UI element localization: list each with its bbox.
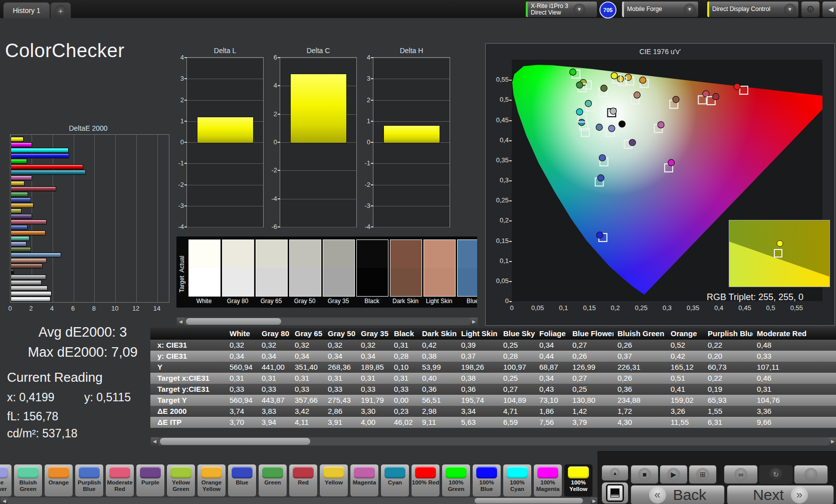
column-header: Gray 65	[291, 328, 324, 340]
table-cell: 0,36	[418, 384, 457, 395]
table-cell: 9,66	[753, 417, 836, 428]
patch-scrollbar[interactable]: ◀ ▶	[0, 497, 597, 504]
patch-swatch	[476, 466, 497, 478]
patch-button-magenta[interactable]: Magenta	[350, 464, 379, 497]
table-cell: 0,38	[418, 351, 457, 362]
patch-button-100-green[interactable]: 100% Green	[442, 464, 471, 497]
table-cell: 0,31	[226, 373, 258, 384]
table-cell: 0,32	[357, 340, 390, 351]
table-cell: 0,26	[613, 373, 667, 384]
back-button[interactable]: « Back	[631, 485, 725, 504]
settings-button[interactable]: ⚙	[801, 1, 820, 18]
add-tab-button[interactable]: +	[50, 2, 71, 19]
de2000-bar	[11, 197, 31, 202]
y-tick-label: 0	[263, 138, 277, 146]
patch-button-100-blue[interactable]: 100% Blue	[472, 464, 501, 497]
patch-button-orange[interactable]: Orange	[44, 464, 73, 497]
patch-swatch	[354, 466, 375, 478]
patch-swatch	[446, 466, 467, 478]
patch-swatch	[232, 466, 253, 478]
patch-button-100-yellow[interactable]: 100% Yellow	[564, 464, 593, 497]
table-cell: 107,11	[753, 362, 836, 373]
table-cell: 0,25	[499, 373, 535, 384]
delta-h-chart-bar	[383, 125, 440, 143]
refresh-read-button[interactable]: ↻	[759, 465, 793, 484]
patch-button-green[interactable]: Green	[258, 464, 287, 497]
de2000-bar	[11, 253, 61, 258]
gridline	[373, 100, 450, 101]
patch-button-100-magenta[interactable]: 100% Magenta	[533, 464, 562, 497]
tick-mark	[509, 100, 512, 101]
swatch-label: Gray 65	[252, 298, 290, 305]
table-cell: 65,93	[704, 395, 753, 406]
tick-mark	[278, 114, 280, 115]
tick-mark	[278, 198, 280, 199]
source-select-button[interactable]: Mobile Forge ▼	[621, 1, 699, 18]
patch-button-label: Orange Yellow	[197, 479, 226, 492]
patch-scrollbar-thumb[interactable]	[475, 498, 583, 503]
swatch-scrollbar-thumb[interactable]	[186, 318, 281, 325]
patch-button-100-cyan[interactable]: 100% Cyan	[503, 464, 532, 497]
spare-transport-button[interactable]	[794, 465, 828, 484]
patch-button-bluish-green[interactable]: Bluish Green	[14, 464, 43, 497]
patch-button-orange-yellow[interactable]: Orange Yellow	[197, 464, 226, 497]
cie-inset-svg	[729, 220, 829, 287]
patch-button-label: Orange	[45, 479, 73, 486]
measured-marker	[640, 77, 646, 83]
chevron-double-left-icon: «	[649, 486, 666, 503]
scroll-left-icon[interactable]: ◀	[151, 437, 158, 445]
tick-mark	[278, 85, 280, 86]
play-button[interactable]: ▶	[660, 465, 688, 484]
collapse-panel-button[interactable]: ◀	[822, 1, 836, 18]
scroll-right-icon[interactable]: ▶	[470, 318, 478, 325]
patch-button-100-red[interactable]: 100% Red	[411, 464, 440, 497]
table-cell: 3,91	[324, 417, 357, 428]
table-scrollbar[interactable]: ◀ ▶	[150, 437, 836, 446]
patch-button-label: Magenta	[350, 479, 378, 486]
patch-button-moderate-red[interactable]: Moderate Red	[105, 464, 134, 497]
meter-count-badge[interactable]: 705	[599, 2, 616, 19]
next-button[interactable]: Next »	[727, 485, 834, 504]
de2000-bar	[11, 148, 69, 153]
patch-button-blue[interactable]: Blue	[228, 464, 257, 497]
window-icon	[606, 484, 624, 502]
scroll-left-icon[interactable]: ◀	[1, 497, 8, 504]
column-header: Blue Sky	[499, 328, 535, 340]
scroll-right-icon[interactable]: ▶	[590, 497, 597, 504]
workflow-select-button[interactable]: Direct Display Control ▼	[707, 1, 799, 18]
patch-button-purple[interactable]: Purple	[136, 464, 165, 497]
chevron-down-icon: ▼	[784, 4, 796, 16]
swatch-dark-skin	[390, 239, 422, 297]
tick-mark	[184, 163, 187, 164]
history-tab[interactable]: History 1	[3, 2, 50, 19]
stop-button[interactable]: ■	[631, 465, 659, 484]
table-cell: 0,19	[704, 384, 753, 395]
cie-y-tick-label: 0,4	[489, 136, 509, 144]
de2000-bar	[11, 219, 47, 224]
scroll-right-icon[interactable]: ▶	[829, 437, 836, 445]
swatch-target	[223, 268, 254, 296]
strip-expand-button[interactable]: ▲	[601, 465, 629, 481]
patch-button-purplish-blue[interactable]: Purplish Blue	[75, 464, 104, 497]
de2000-bar	[11, 170, 86, 175]
scroll-left-icon[interactable]: ◀	[177, 318, 184, 325]
patch-button-yellow-green[interactable]: Yellow Green	[166, 464, 195, 497]
tick-mark	[184, 121, 187, 122]
patch-button-red[interactable]: Red	[289, 464, 318, 497]
patch-button-blue-flower[interactable]: Blue Flower	[0, 464, 12, 497]
gridline	[280, 170, 356, 171]
table-scrollbar-thumb[interactable]	[160, 438, 310, 445]
swatch-scrollbar[interactable]: ◀ ▶	[176, 317, 478, 326]
patch-button-label: Purplish Blue	[75, 479, 103, 492]
table-cell: 0,20	[704, 351, 753, 362]
pattern-mode-button[interactable]: ⊞	[689, 465, 717, 484]
patch-button-cyan[interactable]: Cyan	[380, 464, 409, 497]
patch-button-yellow[interactable]: Yellow	[319, 464, 348, 497]
continuous-read-button[interactable]: ∞	[724, 465, 758, 484]
pattern-window-button[interactable]	[601, 482, 629, 504]
cie-x-tick-label: 0,25	[631, 304, 651, 312]
next-button-label: Next	[753, 486, 784, 503]
meter-select-button[interactable]: X-Rite i1Pro 3Direct View ▼	[525, 1, 597, 18]
measured-marker	[611, 73, 617, 79]
tick-mark	[509, 241, 512, 242]
